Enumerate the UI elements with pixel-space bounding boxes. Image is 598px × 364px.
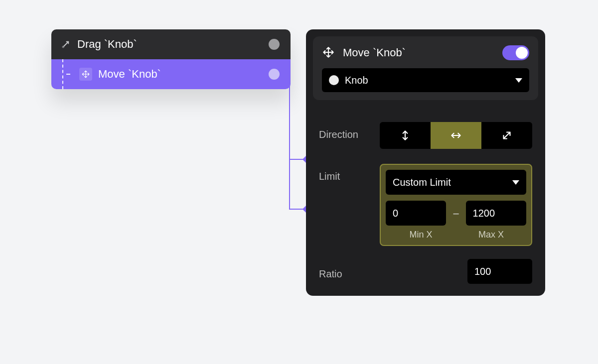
target-label: Knob xyxy=(345,75,509,86)
ratio-value: 100 xyxy=(474,266,491,277)
limit-group: Custom Limit 0 – 1200 Min X Max X xyxy=(380,164,532,246)
enable-toggle[interactable] xyxy=(502,45,529,60)
direction-horizontal[interactable] xyxy=(431,122,481,149)
chevron-down-icon xyxy=(512,180,519,185)
range-separator: – xyxy=(451,208,460,219)
limit-mode-select[interactable]: Custom Limit xyxy=(386,170,526,195)
tree-indent xyxy=(62,59,70,89)
move-icon xyxy=(322,46,336,60)
ratio-row: Ratio 100 xyxy=(306,259,545,284)
move-icon xyxy=(79,68,92,81)
node-move-label: Move `Knob` xyxy=(98,68,161,81)
target-select[interactable]: Knob xyxy=(322,68,529,92)
drag-icon xyxy=(60,39,71,50)
node-drag[interactable]: Drag `Knob` xyxy=(51,29,291,59)
max-x-caption: Max X xyxy=(456,230,526,240)
status-dot[interactable] xyxy=(269,69,280,80)
limit-max-value: 1200 xyxy=(473,208,495,219)
inspector-header: Move `Knob` Knob xyxy=(313,36,538,100)
direction-row: Direction xyxy=(306,122,545,149)
direction-label: Direction xyxy=(319,122,371,140)
limit-label: Limit xyxy=(319,164,371,182)
inspector-panel: Move `Knob` Knob Direction Limit xyxy=(306,29,545,296)
limit-min-input[interactable]: 0 xyxy=(386,201,446,226)
ratio-input[interactable]: 100 xyxy=(467,259,532,284)
status-dot[interactable] xyxy=(269,39,280,50)
ratio-label: Ratio xyxy=(319,263,371,280)
inspector-title: Move `Knob` xyxy=(343,46,495,59)
node-move[interactable]: Move `Knob` xyxy=(51,59,291,89)
direction-free[interactable] xyxy=(481,122,532,149)
min-x-caption: Min X xyxy=(386,230,456,240)
limit-mode-label: Custom Limit xyxy=(393,177,512,188)
chevron-down-icon xyxy=(515,78,522,83)
limit-min-value: 0 xyxy=(393,208,398,219)
node-drag-label: Drag `Knob` xyxy=(77,38,137,51)
node-list: Drag `Knob` Move `Knob` xyxy=(51,29,291,89)
limit-max-input[interactable]: 1200 xyxy=(466,201,526,226)
limit-row: Limit Custom Limit 0 – 1200 Min X Max X xyxy=(306,164,545,246)
target-dot-icon xyxy=(329,75,339,85)
direction-vertical[interactable] xyxy=(380,122,431,149)
direction-segment xyxy=(380,122,532,149)
